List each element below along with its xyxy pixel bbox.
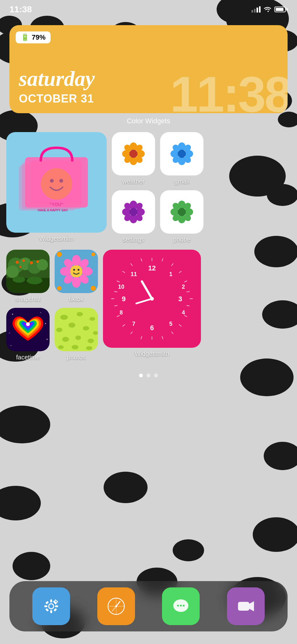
svg-point-89	[36, 260, 39, 263]
svg-point-86	[16, 261, 19, 264]
svg-point-21	[104, 472, 148, 503]
page-dot-3[interactable]	[154, 374, 158, 377]
widgetsmith-photo-widget[interactable]: "YOU" HAVE A HAPPY DAY Widgetsmith	[6, 132, 107, 242]
svg-point-117	[11, 345, 12, 346]
svg-point-85	[6, 265, 19, 278]
widget-big-time: 11:38	[170, 69, 288, 113]
svg-point-99	[81, 267, 93, 276]
snapchat-label: snapchat	[15, 296, 40, 303]
svg-point-87	[22, 259, 25, 262]
dock-settings[interactable]	[32, 587, 70, 625]
dock-messages[interactable]	[162, 587, 200, 625]
svg-point-97	[72, 276, 81, 288]
page-dot-1[interactable]	[139, 374, 143, 377]
svg-point-59	[178, 150, 186, 158]
svg-point-112	[12, 314, 13, 315]
svg-rect-176	[44, 605, 47, 607]
battery-badge-icon: 🔋	[21, 33, 29, 42]
svg-rect-184	[55, 603, 56, 604]
svg-rect-178	[46, 601, 49, 604]
svg-rect-174	[50, 599, 52, 602]
svg-text:7: 7	[132, 321, 135, 327]
svg-text:10: 10	[118, 284, 124, 290]
status-icons	[251, 6, 288, 13]
widget-area: 🔋 79% 11:38 saturday OCTOBER 31 Color Wi…	[9, 25, 288, 125]
svg-point-128	[75, 336, 81, 340]
svg-point-90	[19, 266, 21, 268]
clock-widget-label: Widgetsmith	[103, 350, 201, 358]
photos-cell: photos	[55, 308, 98, 361]
svg-point-79	[178, 208, 186, 216]
apps-row-top: weather	[112, 132, 203, 185]
photos-app[interactable]	[55, 308, 98, 351]
wifi-icon	[263, 6, 272, 13]
time-widget[interactable]: 🔋 79% 11:38 saturday OCTOBER 31	[9, 25, 288, 113]
gmail-label: gmail	[174, 178, 189, 185]
photos-label: photos	[67, 354, 86, 361]
gmail-cell: gmail	[160, 132, 203, 185]
svg-point-107	[57, 252, 62, 257]
small-apps-bottom: facetime	[6, 308, 98, 361]
clock-widget[interactable]: 12 3 6 9 1 2 4 5 7 8 10 11	[103, 250, 201, 348]
svg-text:8: 8	[120, 309, 123, 316]
small-apps-top: snapchat	[6, 250, 98, 303]
dock-safari[interactable]	[97, 587, 135, 625]
svg-point-118	[26, 322, 30, 326]
signal-icon	[251, 6, 261, 13]
snapchat-app[interactable]	[6, 250, 50, 293]
svg-point-127	[62, 337, 69, 342]
battery-badge: 🔋 79%	[16, 31, 51, 43]
svg-point-120	[60, 315, 68, 320]
right-apps: weather	[112, 132, 203, 243]
settings-label: settings	[123, 236, 144, 243]
svg-point-125	[83, 326, 89, 330]
status-time: 11:38	[9, 4, 32, 14]
settings-cell: settings	[112, 190, 155, 243]
widget-day: saturday	[19, 66, 95, 91]
tiktok-cell: tiktok	[55, 250, 98, 303]
app-row-2: snapchat	[6, 250, 291, 361]
weather-app[interactable]	[112, 132, 155, 175]
svg-point-196	[180, 605, 182, 607]
svg-point-132	[86, 346, 92, 350]
weather-label: weather	[122, 178, 144, 185]
svg-point-115	[9, 333, 10, 334]
phone-app[interactable]	[160, 190, 203, 234]
svg-point-116	[46, 339, 48, 340]
svg-rect-198	[238, 602, 249, 611]
svg-point-92	[13, 276, 25, 283]
svg-text:5: 5	[169, 321, 172, 327]
dock-facetime-video[interactable]	[227, 587, 265, 625]
svg-point-172	[150, 297, 154, 301]
svg-text:9: 9	[122, 295, 126, 303]
svg-rect-181	[54, 608, 57, 612]
svg-point-129	[88, 339, 94, 343]
tiktok-app[interactable]	[55, 250, 98, 293]
app-row-1: "YOU" HAVE A HAPPY DAY Widgetsmith	[6, 132, 291, 243]
svg-point-130	[58, 345, 64, 349]
phone-label: phone	[173, 236, 191, 243]
svg-point-98	[60, 267, 71, 276]
facetime-app[interactable]	[6, 308, 50, 351]
svg-point-108	[91, 253, 95, 256]
svg-point-124	[68, 323, 75, 328]
svg-rect-186	[57, 601, 58, 602]
svg-point-110	[91, 286, 96, 291]
svg-point-49	[129, 150, 138, 158]
gmail-app[interactable]	[160, 132, 203, 175]
facetime-label: facetime	[16, 354, 40, 361]
settings-app[interactable]	[112, 190, 155, 234]
svg-point-24	[13, 552, 50, 580]
svg-text:3: 3	[178, 295, 182, 303]
dock	[9, 581, 288, 631]
svg-point-114	[45, 323, 46, 324]
battery-badge-value: 79%	[32, 33, 46, 42]
page-dot-2[interactable]	[147, 374, 150, 377]
svg-point-69	[129, 208, 138, 216]
widget-label: Color Widgets	[9, 117, 288, 125]
svg-point-113	[40, 312, 41, 313]
app-grid: "YOU" HAVE A HAPPY DAY Widgetsmith	[6, 132, 291, 377]
svg-marker-199	[249, 601, 254, 611]
svg-point-131	[72, 345, 78, 349]
clock-widget-cell: 12 3 6 9 1 2 4 5 7 8 10 11	[103, 250, 201, 358]
